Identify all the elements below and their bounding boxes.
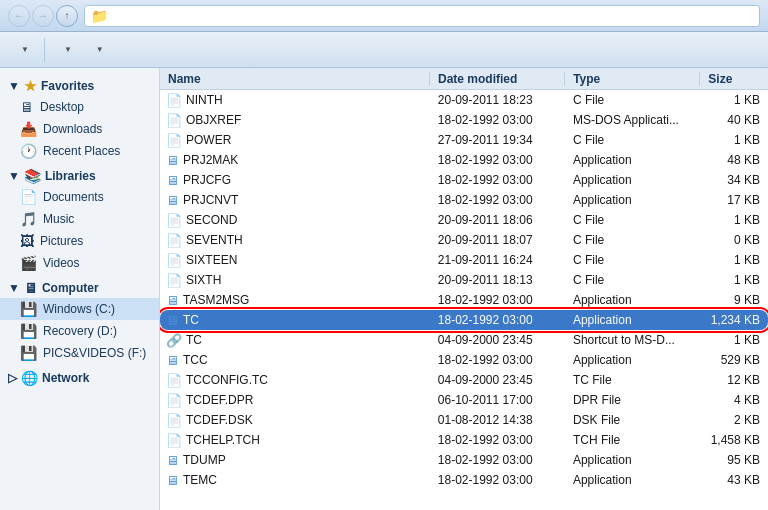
cell-date: 21-09-2011 16:24 xyxy=(430,253,565,267)
file-name: TC xyxy=(186,333,202,347)
table-row[interactable]: 📄 TCHELP.TCH 18-02-1992 03:00 TCH File 1… xyxy=(160,430,768,450)
recovery-d-icon: 💾 xyxy=(20,323,37,339)
cell-name: 🖥 PRJ2MAK xyxy=(160,153,430,168)
cell-type: TCH File xyxy=(565,433,700,447)
cell-date: 18-02-1992 03:00 xyxy=(430,353,565,367)
favorites-label: Favorites xyxy=(41,79,94,93)
cell-size: 1 KB xyxy=(700,253,768,267)
organize-button[interactable]: ▼ xyxy=(8,40,38,59)
file-name: PRJ2MAK xyxy=(183,153,238,167)
libraries-icon: 📚 xyxy=(24,168,41,184)
cell-name: 🖥 PRJCFG xyxy=(160,173,430,188)
up-button[interactable]: ↑ xyxy=(56,5,78,27)
file-list: 📄 NINTH 20-09-2011 18:23 C File 1 KB 📄 O… xyxy=(160,90,768,510)
sidebar-header-network[interactable]: ▷ 🌐 Network xyxy=(0,368,159,388)
table-row[interactable]: 📄 SECOND 20-09-2011 18:06 C File 1 KB xyxy=(160,210,768,230)
sidebar-header-favorites[interactable]: ▼ ★ Favorites xyxy=(0,76,159,96)
table-row[interactable]: 🖥 TC 18-02-1992 03:00 Application 1,234 … xyxy=(160,310,768,330)
file-name: POWER xyxy=(186,133,231,147)
share-with-button[interactable]: ▼ xyxy=(83,40,113,59)
sidebar-section-libraries: ▼ 📚 Libraries 📄 Documents 🎵 Music 🖼 Pict… xyxy=(0,166,159,274)
col-header-size[interactable]: Size xyxy=(700,72,768,86)
cell-name: 📄 OBJXREF xyxy=(160,113,430,128)
table-row[interactable]: 📄 SEVENTH 20-09-2011 18:07 C File 0 KB xyxy=(160,230,768,250)
sidebar-header-computer[interactable]: ▼ 🖥 Computer xyxy=(0,278,159,298)
file-name: TCC xyxy=(183,353,208,367)
pictures-icon: 🖼 xyxy=(20,233,34,249)
cell-date: 18-02-1992 03:00 xyxy=(430,113,565,127)
sidebar: ▼ ★ Favorites 🖥 Desktop 📥 Downloads 🕐 Re… xyxy=(0,68,160,510)
network-label: Network xyxy=(42,371,89,385)
file-icon: 📄 xyxy=(166,93,182,108)
table-row[interactable]: 📄 POWER 27-09-2011 19:34 C File 1 KB xyxy=(160,130,768,150)
app-icon: 🖥 xyxy=(166,173,179,188)
sidebar-item-videos[interactable]: 🎬 Videos xyxy=(0,252,159,274)
table-row[interactable]: 🖥 PRJ2MAK 18-02-1992 03:00 Application 4… xyxy=(160,150,768,170)
sidebar-item-pics-videos-f[interactable]: 💾 PICS&VIDEOS (F:) xyxy=(0,342,159,364)
cell-name: 🖥 TASM2MSG xyxy=(160,293,430,308)
app-icon: 🖥 xyxy=(166,453,179,468)
cell-date: 18-02-1992 03:00 xyxy=(430,313,565,327)
table-row[interactable]: 🖥 TDUMP 18-02-1992 03:00 Application 95 … xyxy=(160,450,768,470)
table-row[interactable]: 🖥 TEMC 18-02-1992 03:00 Application 43 K… xyxy=(160,470,768,490)
sidebar-item-music[interactable]: 🎵 Music xyxy=(0,208,159,230)
include-arrow: ▼ xyxy=(64,45,72,54)
cell-name: 🖥 TC xyxy=(160,313,430,328)
cell-name: 🖥 PRJCNVT xyxy=(160,193,430,208)
cell-date: 18-02-1992 03:00 xyxy=(430,433,565,447)
toolbar-divider-1 xyxy=(44,38,45,62)
sidebar-item-recent-places[interactable]: 🕐 Recent Places xyxy=(0,140,159,162)
cell-type: C File xyxy=(565,93,700,107)
cell-name: 🖥 TCC xyxy=(160,353,430,368)
app-icon: 🖥 xyxy=(166,193,179,208)
sidebar-item-recovery-d[interactable]: 💾 Recovery (D:) xyxy=(0,320,159,342)
include-in-library-button[interactable]: ▼ xyxy=(51,40,81,59)
file-name: PRJCFG xyxy=(183,173,231,187)
cell-name: 📄 SECOND xyxy=(160,213,430,228)
sidebar-item-pictures[interactable]: 🖼 Pictures xyxy=(0,230,159,252)
sidebar-item-downloads[interactable]: 📥 Downloads xyxy=(0,118,159,140)
cell-date: 18-02-1992 03:00 xyxy=(430,173,565,187)
file-name: SECOND xyxy=(186,213,237,227)
cell-date: 20-09-2011 18:07 xyxy=(430,233,565,247)
sidebar-header-libraries[interactable]: ▼ 📚 Libraries xyxy=(0,166,159,186)
forward-button[interactable]: → xyxy=(32,5,54,27)
cell-size: 1 KB xyxy=(700,213,768,227)
recent-places-label: Recent Places xyxy=(43,144,120,158)
cell-date: 20-09-2011 18:23 xyxy=(430,93,565,107)
downloads-icon: 📥 xyxy=(20,121,37,137)
file-name: NINTH xyxy=(186,93,223,107)
table-row[interactable]: 📄 SIXTEEN 21-09-2011 16:24 C File 1 KB xyxy=(160,250,768,270)
cell-name: 📄 SIXTEEN xyxy=(160,253,430,268)
table-row[interactable]: 📄 TCDEF.DSK 01-08-2012 14:38 DSK File 2 … xyxy=(160,410,768,430)
cell-name: 📄 TCHELP.TCH xyxy=(160,433,430,448)
table-row[interactable]: 📄 TCCONFIG.TC 04-09-2000 23:45 TC File 1… xyxy=(160,370,768,390)
table-row[interactable]: 📄 OBJXREF 18-02-1992 03:00 MS-DOS Applic… xyxy=(160,110,768,130)
table-row[interactable]: 📄 TCDEF.DPR 06-10-2011 17:00 DPR File 4 … xyxy=(160,390,768,410)
app-icon: 🖥 xyxy=(166,353,179,368)
table-row[interactable]: 📄 SIXTH 20-09-2011 18:13 C File 1 KB xyxy=(160,270,768,290)
table-row[interactable]: 🖥 TCC 18-02-1992 03:00 Application 529 K… xyxy=(160,350,768,370)
table-row[interactable]: 🔗 TC 04-09-2000 23:45 Shortcut to MS-D..… xyxy=(160,330,768,350)
table-row[interactable]: 🖥 TASM2MSG 18-02-1992 03:00 Application … xyxy=(160,290,768,310)
sidebar-item-windows-c[interactable]: 💾 Windows (C:) xyxy=(0,298,159,320)
burn-button[interactable] xyxy=(115,45,133,55)
cell-type: C File xyxy=(565,273,700,287)
folder-icon: 📁 xyxy=(91,8,108,24)
col-header-type[interactable]: Type xyxy=(565,72,700,86)
new-folder-button[interactable] xyxy=(135,45,153,55)
videos-label: Videos xyxy=(43,256,79,270)
sidebar-item-documents[interactable]: 📄 Documents xyxy=(0,186,159,208)
col-header-date[interactable]: Date modified xyxy=(430,72,565,86)
back-button[interactable]: ← xyxy=(8,5,30,27)
col-header-name[interactable]: Name xyxy=(160,72,430,86)
music-icon: 🎵 xyxy=(20,211,37,227)
organize-arrow: ▼ xyxy=(21,45,29,54)
table-row[interactable]: 📄 NINTH 20-09-2011 18:23 C File 1 KB xyxy=(160,90,768,110)
table-row[interactable]: 🖥 PRJCNVT 18-02-1992 03:00 Application 1… xyxy=(160,190,768,210)
sidebar-item-desktop[interactable]: 🖥 Desktop xyxy=(0,96,159,118)
table-row[interactable]: 🖥 PRJCFG 18-02-1992 03:00 Application 34… xyxy=(160,170,768,190)
shortcut-icon: 🔗 xyxy=(166,333,182,348)
file-icon: 📄 xyxy=(166,233,182,248)
music-label: Music xyxy=(43,212,74,226)
